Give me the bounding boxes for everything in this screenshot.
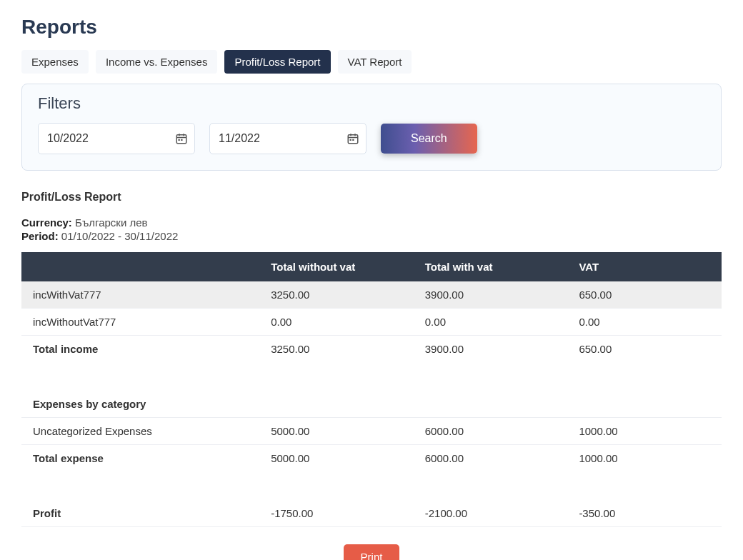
date-from-field[interactable] [38,123,195,154]
row-no-vat: 5000.00 [259,418,414,445]
table-row: incWithVat777 3250.00 3900.00 650.00 [21,281,722,309]
col-label [21,252,259,281]
row-with-vat: 3900.00 [414,336,568,363]
row-no-vat: 5000.00 [259,445,414,472]
period-line: Period: 01/10/2022 - 30/11/2022 [21,230,722,242]
row-vat: 650.00 [567,281,722,309]
profit-loss-table: Total without vat Total with vat VAT inc… [21,252,722,527]
col-with-vat: Total with vat [414,252,568,281]
row-label: Total income [21,336,259,363]
table-spacer [21,362,722,391]
row-no-vat: -1750.00 [259,500,414,527]
tabs: Expenses Income vs. Expenses Profit/Loss… [21,50,722,74]
print-button[interactable]: Print [344,544,400,560]
table-spacer [21,471,722,500]
row-vat: 650.00 [567,336,722,363]
row-no-vat: 3250.00 [259,336,414,363]
filters-title: Filters [38,94,705,113]
row-vat: 1000.00 [567,418,722,445]
tab-income-vs-expenses[interactable]: Income vs. Expenses [96,50,218,74]
expenses-header-row: Expenses by category [21,391,722,418]
col-vat: VAT [567,252,722,281]
row-no-vat: 3250.00 [259,281,414,309]
table-row: Uncategorized Expenses 5000.00 6000.00 1… [21,418,722,445]
filters-panel: Filters [21,84,722,171]
row-no-vat: 0.00 [259,309,414,336]
row-vat: -350.00 [567,500,722,527]
row-with-vat: 3900.00 [414,281,568,309]
search-button[interactable]: Search [381,124,477,154]
tab-vat[interactable]: VAT Report [338,50,412,74]
period-value: 01/10/2022 - 30/11/2022 [61,230,178,242]
page-title: Reports [21,16,722,39]
row-label: Uncategorized Expenses [21,418,259,445]
row-vat: 0.00 [567,309,722,336]
col-no-vat: Total without vat [259,252,414,281]
currency-value: Български лев [75,216,147,229]
row-label: incWithoutVat777 [21,309,259,336]
expenses-header: Expenses by category [21,391,259,418]
total-income-row: Total income 3250.00 3900.00 650.00 [21,336,722,363]
tab-profit-loss[interactable]: Profit/Loss Report [224,50,330,74]
row-with-vat: 6000.00 [414,418,568,445]
row-label: Total expense [21,445,259,472]
row-label: incWithVat777 [21,281,259,309]
table-row: incWithoutVat777 0.00 0.00 0.00 [21,309,722,336]
profit-row: Profit -1750.00 -2100.00 -350.00 [21,500,722,527]
total-expense-row: Total expense 5000.00 6000.00 1000.00 [21,445,722,472]
currency-label: Currency: [21,216,72,229]
tab-expenses[interactable]: Expenses [21,50,89,74]
date-from-input[interactable] [38,123,195,154]
row-with-vat: 6000.00 [414,445,568,472]
row-with-vat: -2100.00 [414,500,568,527]
date-to-input[interactable] [209,123,366,154]
currency-line: Currency: Български лев [21,216,722,229]
table-header-row: Total without vat Total with vat VAT [21,252,722,281]
report-title: Profit/Loss Report [21,191,722,204]
row-label: Profit [21,500,259,527]
row-with-vat: 0.00 [414,309,568,336]
date-to-field[interactable] [209,123,366,154]
row-vat: 1000.00 [567,445,722,472]
period-label: Period: [21,230,59,242]
